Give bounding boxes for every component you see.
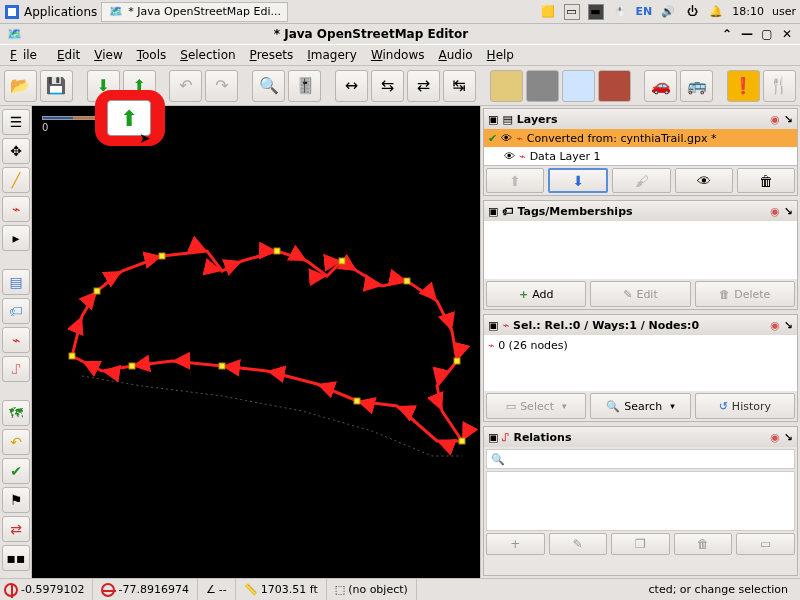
- rel-edit-button[interactable]: ✎: [549, 533, 608, 555]
- josm-icon: 🗺️: [108, 4, 124, 20]
- mirror-button[interactable]: ⇄: [407, 70, 440, 102]
- eye-icon[interactable]: 👁: [501, 132, 512, 145]
- menu-tools[interactable]: Tools: [131, 46, 173, 64]
- preset-car[interactable]: 🚗: [644, 70, 677, 102]
- collapse-icon[interactable]: ▣: [488, 113, 498, 126]
- lang-indicator[interactable]: EN: [636, 5, 653, 18]
- relations-toggle[interactable]: ⑀: [2, 356, 30, 382]
- preset-bus[interactable]: 🚌: [680, 70, 713, 102]
- layer-row-1[interactable]: ✔ 👁 ⌁ Converted from: cynthiaTrail.gpx *: [484, 129, 797, 147]
- tag-add-button[interactable]: +Add: [486, 281, 586, 307]
- tag-edit-button[interactable]: ✎Edit: [590, 281, 690, 307]
- cursor-object-icon: ⬚: [335, 583, 345, 596]
- cursor-icon: ➤: [139, 130, 151, 146]
- preferences-button[interactable]: 🎚️: [288, 70, 321, 102]
- maximize-button[interactable]: ▢: [760, 27, 774, 41]
- undo-button[interactable]: ↶: [169, 70, 202, 102]
- preset-building[interactable]: [598, 70, 631, 102]
- validate-toggle[interactable]: ✔: [2, 458, 30, 484]
- pin-icon[interactable]: ↘: [784, 319, 793, 332]
- collapse-icon[interactable]: ▣: [488, 205, 498, 218]
- preset-water[interactable]: [562, 70, 595, 102]
- distribute-button[interactable]: ⇆: [371, 70, 404, 102]
- layer-delete-button[interactable]: 🗑: [737, 168, 795, 193]
- layer-toggle-button[interactable]: 🖌: [612, 168, 670, 193]
- map-canvas[interactable]: 0 164.0 ft: [32, 106, 480, 578]
- rel-delete-button[interactable]: 🗑: [674, 533, 733, 555]
- menu-windows[interactable]: Windows: [365, 46, 431, 64]
- volume-icon[interactable]: 🔊: [660, 4, 676, 20]
- menu-audio[interactable]: Audio: [432, 46, 478, 64]
- bell-icon[interactable]: 🔔: [708, 4, 724, 20]
- help-icon[interactable]: ◉: [770, 205, 780, 218]
- rel-add-button[interactable]: +: [486, 533, 545, 555]
- gpx-layer-icon: ⌁: [516, 132, 523, 145]
- help-icon[interactable]: ◉: [770, 431, 780, 444]
- preset-grass[interactable]: [490, 70, 523, 102]
- undo-side[interactable]: ↶: [2, 429, 30, 455]
- rel-select-button[interactable]: ▭: [736, 533, 795, 555]
- workspace-2-icon[interactable]: ▬: [588, 4, 604, 20]
- align-button[interactable]: ↔: [335, 70, 368, 102]
- expand-toolbar[interactable]: ▸: [2, 225, 30, 251]
- minimize-button[interactable]: —: [740, 27, 754, 41]
- save-button[interactable]: 💾: [40, 70, 73, 102]
- preset-road[interactable]: [526, 70, 559, 102]
- map-toggle[interactable]: 🗺: [2, 400, 30, 426]
- move-tool[interactable]: ✥: [2, 138, 30, 164]
- mouse-icon[interactable]: 🖱️: [612, 4, 628, 20]
- eye-icon[interactable]: 👁: [504, 150, 515, 163]
- menu-file[interactable]: File: [4, 46, 49, 64]
- selection-list[interactable]: ⌁ 0 (26 nodes): [484, 335, 797, 391]
- layers-toggle[interactable]: ▤: [2, 269, 30, 295]
- menu-view[interactable]: View: [88, 46, 128, 64]
- layer-row-2[interactable]: 👁 ⌁ Data Layer 1: [484, 147, 797, 165]
- more-tools[interactable]: ▪▪: [2, 545, 30, 571]
- apps-menu-icon[interactable]: [4, 4, 20, 20]
- power-icon[interactable]: ⏻: [684, 4, 700, 20]
- close-button[interactable]: ✕: [780, 27, 794, 41]
- menu-help[interactable]: Help: [481, 46, 520, 64]
- help-icon[interactable]: ◉: [770, 319, 780, 332]
- layers-panel: ▣ ▤ Layers ◉ ↘ ✔ 👁 ⌁ Converted from: cyn…: [483, 108, 798, 196]
- pin-icon[interactable]: ↘: [784, 113, 793, 126]
- collapse-icon[interactable]: ▣: [488, 431, 498, 444]
- rel-dup-button[interactable]: ❐: [611, 533, 670, 555]
- selection-toggle[interactable]: ⌁: [2, 327, 30, 353]
- user-label[interactable]: user: [772, 5, 796, 18]
- rollup-button[interactable]: ⌃: [720, 27, 734, 41]
- collapse-icon[interactable]: ▣: [488, 319, 498, 332]
- history-button[interactable]: ↺ History: [695, 393, 795, 419]
- preset-food[interactable]: 🍴: [763, 70, 796, 102]
- layer-visibility-button[interactable]: 👁: [675, 168, 733, 193]
- tags-toggle[interactable]: 🏷: [2, 298, 30, 324]
- layer-down-button[interactable]: ⬇: [548, 168, 608, 193]
- menu-selection[interactable]: Selection: [174, 46, 241, 64]
- relations-filter-input[interactable]: 🔍: [486, 449, 795, 469]
- workspace-1-icon[interactable]: ▭: [564, 4, 580, 20]
- layer-up-button[interactable]: ⬆: [486, 168, 544, 193]
- follow-button[interactable]: ↹: [443, 70, 476, 102]
- menu-presets[interactable]: Presets: [244, 46, 300, 64]
- apps-menu-label[interactable]: Applications: [24, 5, 97, 19]
- clock[interactable]: 18:10: [732, 5, 764, 18]
- select-combo[interactable]: ▭ Select: [486, 393, 586, 419]
- redo-button[interactable]: ↷: [205, 70, 238, 102]
- extrude-tool[interactable]: ⌁: [2, 196, 30, 222]
- filter-toggle[interactable]: ⚑: [2, 487, 30, 513]
- open-button[interactable]: 📂: [4, 70, 37, 102]
- tray-app-icon[interactable]: 🟨: [540, 4, 556, 20]
- taskbar-item-josm[interactable]: 🗺️ * Java OpenStreetMap Edi...: [101, 2, 288, 22]
- help-icon[interactable]: ◉: [770, 113, 780, 126]
- search-tool-button[interactable]: 🔍: [252, 70, 285, 102]
- menu-imagery[interactable]: Imagery: [301, 46, 363, 64]
- pin-icon[interactable]: ↘: [784, 431, 793, 444]
- changeset-toggle[interactable]: ⇄: [2, 516, 30, 542]
- select-tool[interactable]: ☰: [2, 109, 30, 135]
- pin-icon[interactable]: ↘: [784, 205, 793, 218]
- draw-tool[interactable]: ╱: [2, 167, 30, 193]
- search-combo[interactable]: 🔍 Search: [590, 393, 690, 419]
- menu-edit[interactable]: Edit: [51, 46, 86, 64]
- preset-warning[interactable]: ❗: [727, 70, 760, 102]
- tag-delete-button[interactable]: 🗑Delete: [695, 281, 795, 307]
